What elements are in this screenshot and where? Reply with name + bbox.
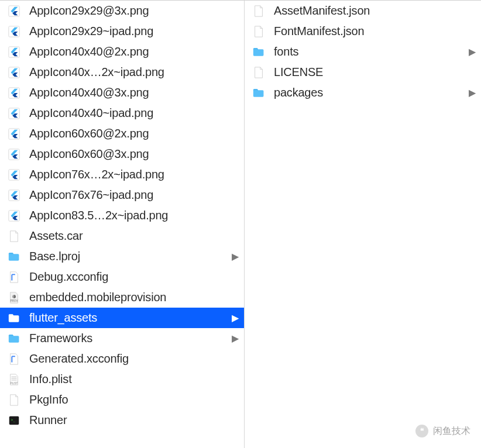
chevron-right-icon: ▶ — [468, 46, 476, 57]
flutter-icon — [7, 106, 21, 120]
file-row[interactable]: packages▶ — [245, 82, 481, 103]
file-row[interactable]: AppIcon60x60@2x.png — [0, 123, 244, 144]
file-row[interactable]: flutter_assets▶ — [0, 308, 244, 328]
file-label: LICENSE — [274, 66, 476, 79]
file-label: Base.lproj — [29, 250, 229, 263]
svg-text:>_: >_ — [11, 417, 16, 422]
file-label: AppIcon76x76~ipad.png — [29, 188, 239, 202]
file-row[interactable]: Base.lproj▶ — [0, 246, 244, 267]
file-label: AppIcon40x40@3x.png — [29, 86, 239, 99]
file-label: AppIcon40x…2x~ipad.png — [29, 66, 239, 79]
file-label: AssetManifest.json — [274, 4, 476, 18]
flutter-icon — [7, 45, 21, 59]
file-label: AppIcon76x…2x~ipad.png — [29, 168, 239, 181]
file-row[interactable]: AppIcon83.5…2x~ipad.png — [0, 205, 244, 226]
file-row[interactable]: AppIcon76x76~ipad.png — [0, 185, 244, 205]
flutter-icon — [7, 25, 21, 39]
blank-icon — [7, 393, 21, 407]
file-row[interactable]: PkgInfo — [0, 390, 244, 410]
file-row[interactable]: Assets.car — [0, 226, 244, 246]
file-row[interactable]: Debug.xcconfig — [0, 267, 244, 287]
file-row[interactable]: Frameworks▶ — [0, 328, 244, 349]
chevron-right-icon: ▶ — [231, 333, 239, 344]
file-row[interactable]: AssetManifest.json — [245, 1, 481, 21]
watermark-label: 闲鱼技术 — [433, 425, 470, 437]
flutter-icon — [7, 4, 21, 18]
file-label: packages — [274, 86, 466, 99]
column-left: AppIcon29x29@3x.png AppIcon29x29~ipad.pn… — [0, 1, 245, 448]
file-label: AppIcon29x29~ipad.png — [29, 25, 239, 38]
folder-icon — [252, 86, 266, 100]
blank-icon — [252, 25, 266, 39]
file-label: FontManifest.json — [274, 25, 476, 38]
file-label: AppIcon40x40@2x.png — [29, 45, 239, 58]
xcconfig-icon — [7, 352, 21, 366]
chevron-right-icon: ▶ — [231, 251, 239, 262]
flutter-icon — [7, 209, 21, 223]
file-row[interactable]: Generated.xcconfig — [0, 349, 244, 369]
file-label: Frameworks — [29, 332, 229, 345]
blank-icon — [252, 4, 266, 18]
svg-text:PLIST: PLIST — [11, 381, 18, 384]
folder-icon — [252, 45, 266, 59]
column-right: AssetManifest.json FontManifest.json fon… — [245, 1, 481, 448]
file-label: embedded.mobileprovision — [29, 291, 239, 304]
file-label: PkgInfo — [29, 393, 239, 406]
xcconfig-icon — [7, 270, 21, 284]
flutter-icon — [7, 66, 21, 80]
chevron-right-icon: ▶ — [231, 312, 239, 323]
file-row[interactable]: FontManifest.json — [245, 21, 481, 42]
file-row[interactable]: AppIcon29x29~ipad.png — [0, 21, 244, 42]
file-row[interactable]: AppIcon40x40@2x.png — [0, 42, 244, 62]
flutter-icon — [7, 188, 21, 202]
file-label: AppIcon60x60@3x.png — [29, 147, 239, 161]
flutter-icon — [7, 127, 21, 141]
flutter-icon — [7, 168, 21, 182]
file-label: AppIcon29x29@3x.png — [29, 4, 239, 18]
finder-columns: AppIcon29x29@3x.png AppIcon29x29~ipad.pn… — [0, 0, 481, 448]
file-row[interactable]: AppIcon60x60@3x.png — [0, 144, 244, 164]
file-row[interactable]: AppIcon40x40~ipad.png — [0, 103, 244, 123]
file-label: AppIcon40x40~ipad.png — [29, 106, 239, 120]
file-label: AppIcon60x60@2x.png — [29, 127, 239, 140]
file-row[interactable]: AppIcon76x…2x~ipad.png — [0, 164, 244, 185]
file-label: Assets.car — [29, 229, 239, 243]
chevron-right-icon: ▶ — [468, 87, 476, 98]
watermark: ❝ 闲鱼技术 — [415, 425, 470, 437]
folder-icon — [7, 250, 21, 264]
svg-text:PROV: PROV — [11, 299, 19, 302]
folder-icon — [7, 332, 21, 346]
flutter-icon — [7, 86, 21, 100]
file-label: fonts — [274, 45, 466, 58]
file-label: AppIcon83.5…2x~ipad.png — [29, 209, 239, 222]
file-label: Debug.xcconfig — [29, 270, 239, 284]
file-row[interactable]: PROV embedded.mobileprovision — [0, 287, 244, 308]
file-label: Generated.xcconfig — [29, 352, 239, 366]
file-label: flutter_assets — [29, 311, 229, 325]
file-row[interactable]: AppIcon29x29@3x.png — [0, 1, 244, 21]
blank-icon — [252, 66, 266, 80]
flutter-icon — [7, 147, 21, 161]
file-label: Runner — [29, 413, 239, 427]
exec-icon: >_ — [7, 413, 21, 428]
wechat-icon: ❝ — [415, 425, 428, 437]
file-row[interactable]: fonts▶ — [245, 42, 481, 62]
file-row[interactable]: LICENSE — [245, 62, 481, 82]
file-row[interactable]: AppIcon40x40@3x.png — [0, 82, 244, 103]
file-label: Info.plist — [29, 373, 239, 386]
folder-icon — [7, 311, 21, 325]
prov-icon: PROV — [7, 291, 21, 305]
plist-icon: PLIST — [7, 373, 21, 387]
blank-icon — [7, 229, 21, 243]
file-row[interactable]: PLIST Info.plist — [0, 369, 244, 390]
file-row[interactable]: AppIcon40x…2x~ipad.png — [0, 62, 244, 82]
file-row[interactable]: >_ Runner — [0, 410, 244, 430]
